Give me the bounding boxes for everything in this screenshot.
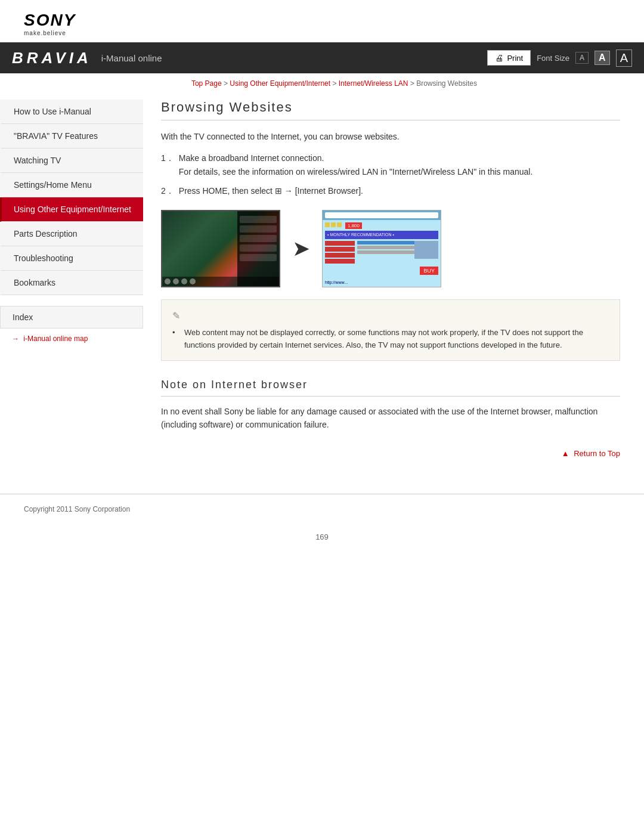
breadcrumb: Top Page > Using Other Equipment/Interne… <box>0 73 644 94</box>
step-2: 2． Press HOME, then select ⊞ → [Internet… <box>161 184 620 197</box>
print-button[interactable]: 🖨 Print <box>487 50 531 66</box>
browser-right-col <box>357 241 438 265</box>
browser-url-bottom: http://www... <box>325 280 348 284</box>
top-bar: SONY make.believe <box>0 0 644 42</box>
sidebar-item-parts-description[interactable]: Parts Description <box>0 222 143 246</box>
step-1: 1． Make a broadband Internet connection.… <box>161 151 620 178</box>
browser-rec-bar: • MONTHLY RECOMMENDATION • <box>325 231 438 239</box>
note-box: ✎ • Web content may not be displayed cor… <box>161 299 620 361</box>
tv-menu-item-3 <box>240 235 277 242</box>
page-title: Browsing Websites <box>161 100 620 120</box>
tv-bottom-icon-2 <box>173 278 179 284</box>
tv-bottom-icon-1 <box>165 278 171 284</box>
copyright-text: Copyright 2011 Sony Corporation <box>24 505 130 513</box>
note-bullet-dot: • <box>172 327 179 352</box>
tv-menu-overlay <box>237 211 279 286</box>
font-size-medium-button[interactable]: A <box>595 51 610 65</box>
print-icon: 🖨 <box>495 53 503 63</box>
tv-menu-item-4 <box>240 244 277 252</box>
browser-left-item-2 <box>325 247 355 252</box>
sidebar-item-bravia-tv-features[interactable]: "BRAVIA" TV Features <box>0 124 143 148</box>
sidebar-item-watching-tv[interactable]: Watching TV <box>0 148 143 173</box>
browser-price: BUY <box>420 267 438 275</box>
return-to-top-arrow-icon: ▲ <box>562 449 569 458</box>
sidebar: How to Use i-Manual "BRAVIA" TV Features… <box>0 94 143 476</box>
footer: Copyright 2011 Sony Corporation <box>0 494 644 523</box>
section-2-text: In no event shall Sony be liable for any… <box>161 405 620 432</box>
sony-tagline: make.believe <box>24 30 620 36</box>
browser-content: 1,800 • MONTHLY RECOMMENDATION • <box>323 220 441 267</box>
breadcrumb-separator-1: > <box>224 79 230 88</box>
step-1-number: 1． <box>161 151 174 178</box>
bravia-logo: BRAVIA <box>12 49 92 67</box>
sidebar-map-link-text[interactable]: i-Manual online map <box>23 335 88 343</box>
browser-left-item-4 <box>325 259 355 264</box>
sidebar-divider <box>0 295 143 301</box>
browser-star-2 <box>331 222 336 227</box>
return-to-top[interactable]: ▲ Return to Top <box>161 444 620 458</box>
browser-img-placeholder <box>414 241 438 259</box>
step-1-text: Make a broadband Internet connection. <box>179 151 533 165</box>
bravia-subtitle: i-Manual online <box>101 53 162 63</box>
step-2-text: Press HOME, then select ⊞ → [Internet Br… <box>179 186 363 196</box>
font-size-small-button[interactable]: A <box>575 52 589 64</box>
browser-url-bar <box>325 212 438 218</box>
browser-star-3 <box>337 222 342 227</box>
sidebar-index[interactable]: Index <box>0 306 143 329</box>
breadcrumb-current: Browsing Websites <box>416 79 477 88</box>
browser-left-col <box>325 241 355 265</box>
tv-screenshot <box>161 210 280 287</box>
intro-text: With the TV connected to the Internet, y… <box>161 130 620 143</box>
breadcrumb-using-other[interactable]: Using Other Equipment/Internet <box>230 79 330 88</box>
tv-bottom-icon-4 <box>190 278 196 284</box>
note-text: Web content may not be displayed correct… <box>184 327 609 352</box>
breadcrumb-separator-3: > <box>410 79 416 88</box>
sony-logo: SONY make.believe <box>24 11 620 36</box>
sidebar-item-how-to-use[interactable]: How to Use i-Manual <box>0 100 143 124</box>
sidebar-item-settings-home-menu[interactable]: Settings/Home Menu <box>0 173 143 197</box>
section-2-title: Note on Internet browser <box>161 379 620 397</box>
sony-logo-text: SONY <box>24 11 620 30</box>
return-to-top-link[interactable]: ▲ Return to Top <box>562 449 620 458</box>
right-arrow-icon: ➤ <box>292 236 310 261</box>
browser-left-item-3 <box>325 253 355 258</box>
sidebar-item-using-other-equipment[interactable]: Using Other Equipment/Internet <box>0 197 143 222</box>
font-size-large-button[interactable]: A <box>616 49 632 67</box>
sidebar-map-link[interactable]: → i-Manual online map <box>0 329 143 349</box>
tv-menu-item-5 <box>240 254 277 261</box>
note-bullet: • Web content may not be displayed corre… <box>172 327 609 352</box>
tv-menu-item-2 <box>240 225 277 233</box>
breadcrumb-wireless-lan[interactable]: Internet/Wireless LAN <box>339 79 408 88</box>
breadcrumb-top-page[interactable]: Top Page <box>191 79 222 88</box>
content-area: Browsing Websites With the TV connected … <box>143 94 644 476</box>
browser-screenshot: 1,800 • MONTHLY RECOMMENDATION • <box>322 210 441 287</box>
return-to-top-label: Return to Top <box>574 449 620 458</box>
bravia-header-bar: BRAVIA i-Manual online 🖨 Print Font Size… <box>0 42 644 73</box>
browser-star-1 <box>325 222 330 227</box>
tv-bottom-icon-3 <box>181 278 187 284</box>
font-size-label: Font Size <box>537 54 569 63</box>
sidebar-item-bookmarks[interactable]: Bookmarks <box>0 271 143 295</box>
browser-stars: 1,800 <box>325 222 438 229</box>
bravia-right: 🖨 Print Font Size A A A <box>487 49 632 67</box>
browser-rec-text: • MONTHLY RECOMMENDATION • <box>327 233 394 237</box>
bravia-left: BRAVIA i-Manual online <box>12 49 162 67</box>
tv-bottom-bar <box>162 277 279 286</box>
sidebar-item-troubleshooting[interactable]: Troubleshooting <box>0 246 143 271</box>
browser-top-bar <box>323 210 441 220</box>
browser-rows <box>325 241 438 265</box>
image-row: ➤ 1,800 • MONTHLY RECOMMENDATION • <box>161 210 620 287</box>
step-1-detail: For details, see the information on wire… <box>179 165 533 178</box>
tv-menu-item-1 <box>240 216 277 223</box>
browser-score: 1,800 <box>345 222 362 229</box>
note-icon: ✎ <box>172 308 609 324</box>
step-2-number: 2． <box>161 184 174 197</box>
page-number: 169 <box>0 523 644 551</box>
print-button-label: Print <box>507 54 523 63</box>
map-arrow-icon: → <box>12 335 19 343</box>
breadcrumb-separator-2: > <box>332 79 338 88</box>
main-layout: How to Use i-Manual "BRAVIA" TV Features… <box>0 94 644 476</box>
browser-left-item-1 <box>325 241 355 246</box>
